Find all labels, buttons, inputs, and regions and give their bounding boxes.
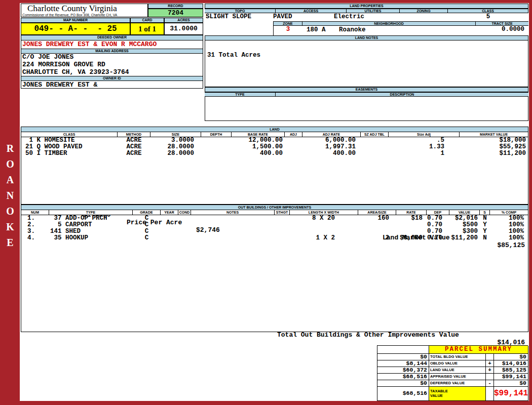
owner-block: DEEDED OWNER JONES DREWERY EST & EVON R … — [21, 35, 203, 89]
land-value: $85,125 — [494, 367, 528, 374]
zone-value: 3 — [274, 26, 302, 33]
tract-size-value: 0.0000 — [476, 26, 528, 33]
owner-id-value: JONES DREWERY EST & — [21, 81, 203, 89]
record-label: RECORD — [148, 4, 203, 9]
address-line-1: C/O JOE JONES — [21, 54, 203, 61]
land-header-adj: ADJ — [285, 132, 302, 137]
county-title: Charlotte County Virginia — [21, 4, 147, 13]
deeded-owner-name: JONES DREWERY EST & EVON R MCCARGO — [21, 40, 203, 49]
prior-value: $68,516 — [377, 387, 429, 401]
deeded-owner-label: DEEDED OWNER — [21, 35, 203, 40]
parcel-summary-title: PARCEL SUMMARY — [429, 346, 528, 354]
obldg-value-label: OBLDG VALUE — [429, 360, 486, 367]
total-bldg-value: $0 — [494, 354, 528, 360]
ob-header-year: YEAR — [161, 210, 178, 215]
district-name-vertical: ROANOKE — [4, 143, 16, 253]
acres-value: 31.0000 — [164, 23, 203, 35]
zone-cell: ZONE 3 — [273, 21, 302, 35]
ob-header-num: NUM — [21, 210, 49, 215]
county-header-box: Charlotte County Virginia Commissioner o… — [21, 4, 148, 17]
easement-description-label: DESCRIPTION — [276, 92, 528, 97]
out-buildings-section-label: OUT BUILDINGS / OTHER IMPROVEMENTS — [21, 205, 528, 210]
parcel-summary-corner-cell — [377, 346, 429, 354]
taxable-value-label: TAXABLE VALUE — [429, 387, 486, 401]
record-value: 7204 — [148, 9, 203, 17]
land-properties-label: LAND PROPERTIES — [205, 4, 528, 9]
land-empty-rows — [21, 157, 528, 196]
utilities-label: UTILITIES — [347, 9, 400, 13]
neighborhood-cell: NEIGHBORHOOD 180 A Roanoke — [302, 21, 476, 35]
tract-size-label: TRACT SIZE — [476, 21, 528, 26]
land-section-label: LAND — [21, 127, 528, 132]
obldg-value: $14,016 — [494, 360, 528, 367]
operator — [486, 354, 494, 360]
access-label: ACCESS — [276, 9, 347, 13]
land-table: LAND CLASS METHOD SIZE DEPTH BASE RATE A… — [21, 127, 528, 205]
land-header-sz-adj-tbl: SZ ADJ TBL — [361, 132, 389, 137]
prior-value: $8,144 — [377, 360, 429, 367]
card-content: Charlotte County Virginia Commissioner o… — [20, 3, 529, 401]
out-building-row: 1. 37 ADD-OP PRCH C 8 X 20 160 $18 0.70 … — [21, 215, 528, 222]
prior-value: $68,516 — [377, 374, 429, 380]
ob-header-cond: COND — [178, 210, 191, 215]
operator: + — [486, 360, 494, 367]
easements-headers: TYPE DESCRIPTION — [205, 92, 528, 97]
zone-neighborhood-row: ZONE 3 NEIGHBORHOOD 180 A Roanoke TRACT … — [205, 21, 528, 35]
utilities-value: Electric — [334, 13, 364, 20]
prior-value: $0 — [377, 380, 429, 387]
appraised-value-label: APPRAISED VALUE — [429, 374, 486, 380]
class-label: CLASS — [448, 9, 528, 13]
out-buildings-total-label: Total Out Buildings & Other Improvements… — [277, 331, 459, 339]
easements-label: EASEMENTS — [205, 87, 528, 92]
operator — [486, 374, 494, 380]
neighborhood-label: NEIGHBORHOOD — [302, 21, 476, 26]
topo-value: SLIGHT SLOPE — [206, 13, 251, 20]
operator: - — [486, 380, 494, 387]
card-label: CARD — [130, 18, 164, 23]
out-building-row: 2. 5 CARPORT C 0.70 $500 Y 100% — [21, 222, 528, 228]
map-number-label: MAP NUMBER — [21, 18, 130, 23]
operator — [486, 387, 494, 401]
operator: + — [486, 367, 494, 374]
zone-label: ZONE — [274, 21, 302, 26]
owner-id-label: OWNER ID — [21, 76, 203, 81]
ob-header-sthgt: STHGT — [275, 210, 290, 215]
county-subtitle: Commissioner of the Revenue, PO Box 308,… — [21, 13, 147, 17]
appraised-value: $99,141 — [494, 374, 528, 380]
out-buildings-table: OUT BUILDINGS / OTHER IMPROVEMENTS NUM T… — [21, 205, 528, 332]
out-buildings-empty-rows — [21, 241, 528, 323]
out-building-row: 4. 35 HOOKUP C 1 X 2 2 $8,000 0.70 $11,2… — [21, 235, 528, 241]
property-record-card: ROANOKE Charlotte County Virginia Commis… — [0, 0, 532, 405]
taxable-value: $99,141 — [494, 387, 528, 401]
deferred-value: $0 — [494, 380, 528, 387]
land-header-depth: DEPTH — [201, 132, 232, 137]
deferred-value-label: DEFERRED VALUE — [429, 380, 486, 387]
topo-label: TOPO — [205, 9, 276, 13]
prior-value: $0 — [377, 354, 429, 360]
acres-label: ACRES — [164, 18, 203, 23]
neighborhood-code: 180 A — [307, 26, 326, 33]
class-value: 5 — [448, 13, 528, 20]
land-notes-label: LAND NOTES — [205, 35, 528, 40]
land-row: 50 I TIMBER ACRE 28.0000 400.00 400.00 1… — [21, 150, 528, 157]
parcel-summary-table: PARCEL SUMMARY $0 TOTAL BLDG VALUE $0 $8… — [377, 345, 528, 401]
address-line-2: 224 MORRISON GROVE RD — [21, 61, 203, 68]
land-value-label: LAND VALUE — [429, 367, 486, 374]
out-buildings-total-row: Total Out Buildings & Other Improvements… — [21, 323, 528, 332]
easement-type-label: TYPE — [205, 92, 276, 97]
land-totals-row: Total Acres 31.0000 Price Per Acre $2,74… — [21, 196, 528, 204]
land-header-size-adj: Size Adj — [389, 132, 460, 137]
easements-body — [205, 97, 528, 121]
ob-header-notes: NOTES — [191, 210, 275, 215]
tract-size-cell: TRACT SIZE 0.0000 — [476, 21, 528, 35]
total-bldg-value-label: TOTAL BLDG VALUE — [429, 354, 486, 360]
prior-value: $60,372 — [377, 367, 429, 374]
land-properties-values: SLIGHT SLOPE PAVED Electric 5 — [205, 13, 528, 21]
neighborhood-name: Roanoke — [339, 26, 366, 33]
card-value: 1 of 1 — [130, 23, 164, 35]
access-value: PAVED — [273, 13, 292, 20]
map-number-value: 049- - A- - - 25 — [21, 23, 130, 35]
land-notes-text: 31 Total Acres — [205, 40, 528, 87]
land-properties-headers: TOPO ACCESS UTILITIES ZONING CLASS — [205, 9, 528, 13]
address-line-3: CHARLOTTE CH, VA 23923-3764 — [21, 68, 203, 76]
